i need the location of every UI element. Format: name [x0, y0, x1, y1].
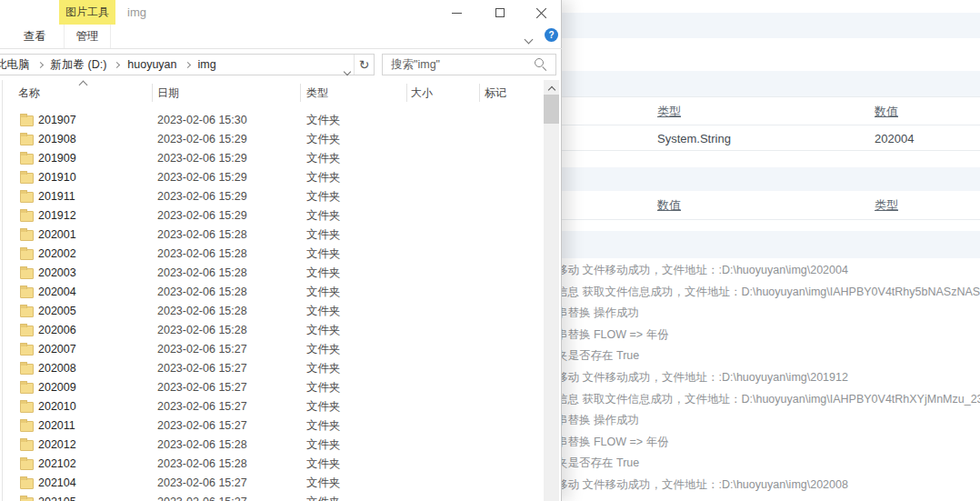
search-icon [535, 58, 547, 71]
table-row[interactable]: 202006 2023-02-06 15:28 文件夹 [7, 321, 544, 340]
folder-name: 202001 [38, 225, 76, 245]
folder-name: 202006 [38, 321, 76, 340]
table-row[interactable]: 202002 2023-02-06 15:28 文件夹 [7, 245, 544, 264]
folder-name: 201907 [38, 111, 76, 130]
column-divider[interactable] [300, 84, 301, 102]
table-row[interactable]: 202104 2023-02-06 15:27 文件夹 [7, 474, 544, 493]
scroll-up-button[interactable] [544, 82, 559, 95]
column-divider[interactable] [152, 84, 153, 102]
column-header-name[interactable]: 名称 [18, 80, 40, 105]
folder-type: 文件夹 [306, 111, 341, 130]
table-row[interactable]: 202001 2023-02-06 15:28 文件夹 [7, 225, 544, 245]
sort-ascending-icon [79, 81, 88, 90]
folder-date: 2023-02-06 15:29 [157, 168, 247, 187]
table-row[interactable]: 202007 2023-02-06 15:27 文件夹 [7, 340, 544, 359]
folder-date: 2023-02-06 15:29 [157, 187, 247, 206]
table-row[interactable]: 202012 2023-02-06 15:28 文件夹 [7, 436, 544, 455]
log-line: 串替换 操作成功 [556, 306, 980, 320]
breadcrumb-item[interactable]: huoyuyan [127, 58, 197, 71]
folder-type: 文件夹 [306, 283, 341, 302]
address-dropdown-button[interactable] [345, 62, 350, 78]
tab-manage[interactable]: 管理 [64, 25, 111, 48]
table-row[interactable]: 202011 2023-02-06 15:27 文件夹 [7, 416, 544, 436]
chevron-down-icon [525, 35, 534, 45]
search-box[interactable] [382, 54, 556, 75]
breadcrumb-label: 此电脑 [0, 57, 30, 73]
refresh-button[interactable]: ↻ [354, 55, 374, 75]
table-row[interactable]: 202008 2023-02-06 15:27 文件夹 [7, 359, 544, 378]
folder-date: 2023-02-06 15:28 [157, 264, 247, 283]
folder-type: 文件夹 [306, 321, 341, 340]
folder-icon [20, 230, 34, 241]
folder-icon [20, 287, 34, 298]
table2-header-value[interactable]: 数值 [657, 191, 681, 220]
maximize-icon [495, 8, 505, 17]
folder-icon [20, 345, 34, 356]
picture-tools-context-tab[interactable]: 图片工具 [59, 0, 115, 25]
column-header-tags[interactable]: 标记 [485, 80, 506, 105]
folder-name: 201912 [38, 206, 76, 225]
column-divider[interactable] [406, 84, 407, 102]
breadcrumb-label: img [198, 58, 216, 71]
table-row[interactable]: 202003 2023-02-06 15:28 文件夹 [7, 264, 544, 283]
ribbon-collapse-button[interactable] [525, 30, 538, 41]
table2-header-type[interactable]: 类型 [875, 191, 898, 220]
vertical-scrollbar[interactable] [544, 80, 559, 501]
folder-icon [20, 306, 34, 317]
column-header-size[interactable]: 大小 [411, 80, 433, 105]
tab-view[interactable]: 查看 [13, 25, 56, 48]
folder-icon [20, 115, 34, 126]
folder-date: 2023-02-06 15:30 [157, 111, 247, 130]
table-row[interactable]: 202105 2023-02-06 15:27 文件夹 [7, 493, 544, 501]
panel-band [555, 13, 980, 38]
table1-header-value[interactable]: 数值 [875, 97, 898, 126]
search-input[interactable] [383, 55, 535, 75]
table-row[interactable]: 202009 2023-02-06 15:27 文件夹 [7, 378, 544, 397]
folder-type: 文件夹 [306, 397, 341, 416]
table-row[interactable]: 201909 2023-02-06 15:29 文件夹 [7, 149, 544, 168]
minimize-button[interactable] [441, 0, 472, 25]
breadcrumb-item[interactable]: 此电脑 [0, 57, 51, 73]
table-row[interactable]: 201910 2023-02-06 15:29 文件夹 [7, 168, 544, 187]
table-row[interactable]: 202005 2023-02-06 15:28 文件夹 [7, 302, 544, 321]
folder-type: 文件夹 [306, 416, 341, 436]
log-line: 移动 文件移动成功，文件地址：:D:\huoyuyan\img\202008 [556, 477, 980, 492]
column-divider[interactable] [479, 84, 480, 102]
table-row[interactable]: 202004 2023-02-06 15:28 文件夹 [7, 283, 544, 302]
column-header-type[interactable]: 类型 [306, 80, 328, 105]
breadcrumb-item[interactable]: 新加卷 (D:) [51, 57, 128, 73]
table1-header-type[interactable]: 类型 [657, 97, 681, 126]
folder-name: 201910 [38, 168, 76, 187]
folder-name: 201911 [38, 187, 75, 206]
log-line: 夹是否存在 True [556, 348, 980, 363]
folder-icon [20, 211, 34, 222]
folder-icon [20, 364, 34, 375]
table1-cell-value: 202004 [875, 126, 914, 151]
ribbon-separator [0, 48, 562, 49]
log-line: 串替换 FLOW => 年份 [556, 327, 980, 342]
table-row[interactable]: 202010 2023-02-06 15:27 文件夹 [7, 397, 544, 416]
variable-table-1-row[interactable]: System.String 202004 [555, 126, 980, 151]
folder-date: 2023-02-06 15:27 [157, 493, 247, 501]
maximize-button[interactable] [485, 0, 515, 25]
table-row[interactable]: 201908 2023-02-06 15:29 文件夹 [7, 130, 544, 149]
table-row[interactable]: 201911 2023-02-06 15:29 文件夹 [7, 187, 544, 206]
close-button[interactable] [525, 0, 556, 25]
breadcrumb-item[interactable]: img [198, 58, 216, 71]
help-button[interactable]: ? [545, 28, 558, 42]
scrollbar-thumb[interactable] [544, 95, 559, 124]
folder-name: 201908 [38, 130, 76, 149]
folder-type: 文件夹 [306, 245, 341, 264]
column-header-date[interactable]: 日期 [157, 80, 179, 105]
chevron-right-icon [184, 61, 190, 67]
folder-type: 文件夹 [306, 359, 341, 378]
folder-name: 201909 [38, 149, 76, 168]
folder-icon [20, 383, 34, 394]
table-row[interactable]: 201907 2023-02-06 15:30 文件夹 [7, 111, 544, 130]
folder-date: 2023-02-06 15:27 [157, 474, 247, 493]
panel-band [555, 167, 980, 191]
table-row[interactable]: 202102 2023-02-06 15:28 文件夹 [7, 455, 544, 474]
address-bar[interactable]: 此电脑 新加卷 (D:) huoyuyan img ↻ [0, 54, 375, 75]
table-row[interactable]: 201912 2023-02-06 15:29 文件夹 [7, 206, 544, 225]
folder-icon [20, 154, 34, 165]
